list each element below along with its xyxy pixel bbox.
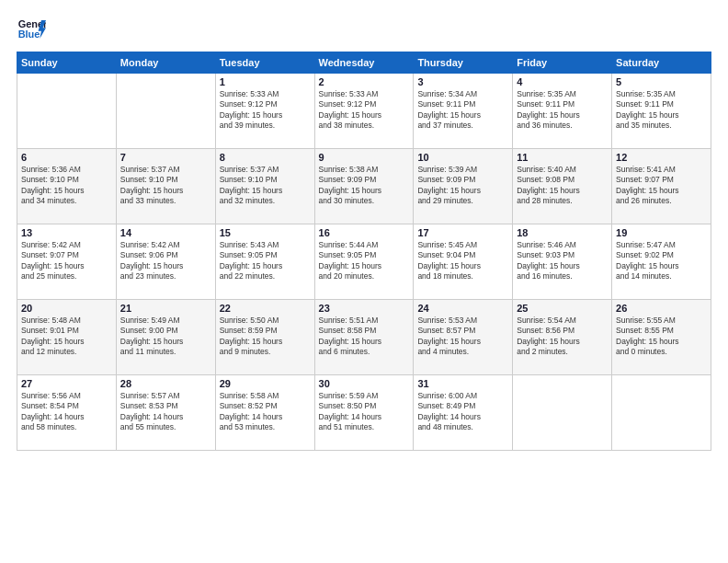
- calendar-week-row: 20Sunrise: 5:48 AM Sunset: 9:01 PM Dayli…: [17, 300, 711, 375]
- day-info: Sunrise: 5:42 AM Sunset: 9:06 PM Dayligh…: [120, 240, 211, 282]
- weekday-header: Thursday: [414, 52, 513, 74]
- day-number: 26: [616, 303, 707, 314]
- day-info: Sunrise: 5:54 AM Sunset: 8:56 PM Dayligh…: [517, 316, 608, 358]
- weekday-header: Monday: [116, 52, 215, 74]
- calendar-cell: 19Sunrise: 5:47 AM Sunset: 9:02 PM Dayli…: [612, 224, 711, 300]
- day-number: 27: [21, 378, 112, 389]
- day-info: Sunrise: 5:59 AM Sunset: 8:50 PM Dayligh…: [319, 391, 410, 433]
- weekday-header: Tuesday: [215, 52, 314, 74]
- day-info: Sunrise: 5:50 AM Sunset: 8:59 PM Dayligh…: [220, 316, 311, 358]
- calendar-cell: 8Sunrise: 5:37 AM Sunset: 9:10 PM Daylig…: [215, 149, 314, 224]
- logo-icon: General Blue: [17, 17, 46, 42]
- day-info: Sunrise: 5:43 AM Sunset: 9:05 PM Dayligh…: [220, 240, 311, 282]
- day-number: 15: [220, 227, 311, 238]
- day-number: 28: [120, 378, 211, 389]
- calendar-cell: 25Sunrise: 5:54 AM Sunset: 8:56 PM Dayli…: [513, 300, 612, 375]
- day-info: Sunrise: 5:51 AM Sunset: 8:58 PM Dayligh…: [319, 316, 410, 358]
- calendar-cell: 30Sunrise: 5:59 AM Sunset: 8:50 PM Dayli…: [314, 375, 414, 451]
- day-number: 11: [517, 152, 608, 163]
- calendar-cell: 1Sunrise: 5:33 AM Sunset: 9:12 PM Daylig…: [215, 74, 314, 149]
- day-number: 20: [21, 303, 112, 314]
- calendar-cell: 2Sunrise: 5:33 AM Sunset: 9:12 PM Daylig…: [314, 74, 414, 149]
- calendar-cell: [612, 375, 711, 451]
- calendar-cell: 17Sunrise: 5:45 AM Sunset: 9:04 PM Dayli…: [414, 224, 513, 300]
- day-number: 5: [616, 76, 707, 87]
- calendar-cell: 4Sunrise: 5:35 AM Sunset: 9:11 PM Daylig…: [513, 74, 612, 149]
- day-info: Sunrise: 5:48 AM Sunset: 9:01 PM Dayligh…: [21, 316, 112, 358]
- day-number: 10: [417, 152, 508, 163]
- day-info: Sunrise: 5:49 AM Sunset: 9:00 PM Dayligh…: [120, 316, 211, 358]
- header: General Blue: [17, 17, 711, 42]
- day-info: Sunrise: 5:35 AM Sunset: 9:11 PM Dayligh…: [616, 89, 707, 132]
- calendar-cell: [116, 74, 215, 149]
- calendar-week-row: 13Sunrise: 5:42 AM Sunset: 9:07 PM Dayli…: [17, 224, 711, 300]
- calendar-week-row: 27Sunrise: 5:56 AM Sunset: 8:54 PM Dayli…: [17, 375, 711, 451]
- day-number: 29: [220, 378, 311, 389]
- weekday-header: Friday: [513, 52, 612, 74]
- calendar-cell: 7Sunrise: 5:37 AM Sunset: 9:10 PM Daylig…: [116, 149, 215, 224]
- calendar-cell: 21Sunrise: 5:49 AM Sunset: 9:00 PM Dayli…: [116, 300, 215, 375]
- svg-text:Blue: Blue: [18, 29, 40, 40]
- day-number: 25: [517, 303, 608, 314]
- weekday-header: Wednesday: [314, 52, 414, 74]
- day-info: Sunrise: 5:53 AM Sunset: 8:57 PM Dayligh…: [417, 316, 508, 358]
- calendar-cell: 11Sunrise: 5:40 AM Sunset: 9:08 PM Dayli…: [513, 149, 612, 224]
- day-info: Sunrise: 5:37 AM Sunset: 9:10 PM Dayligh…: [220, 165, 311, 207]
- day-number: 18: [517, 227, 608, 238]
- day-number: 17: [417, 227, 508, 238]
- day-number: 30: [319, 378, 410, 389]
- calendar-cell: 9Sunrise: 5:38 AM Sunset: 9:09 PM Daylig…: [314, 149, 414, 224]
- day-info: Sunrise: 5:38 AM Sunset: 9:09 PM Dayligh…: [319, 165, 410, 207]
- day-info: Sunrise: 5:33 AM Sunset: 9:12 PM Dayligh…: [319, 89, 410, 132]
- calendar-cell: 27Sunrise: 5:56 AM Sunset: 8:54 PM Dayli…: [17, 375, 117, 451]
- day-number: 14: [120, 227, 211, 238]
- day-info: Sunrise: 5:39 AM Sunset: 9:09 PM Dayligh…: [417, 165, 508, 207]
- day-number: 31: [417, 378, 508, 389]
- day-number: 2: [319, 76, 410, 87]
- calendar-week-row: 1Sunrise: 5:33 AM Sunset: 9:12 PM Daylig…: [17, 74, 711, 149]
- day-info: Sunrise: 5:36 AM Sunset: 9:10 PM Dayligh…: [21, 165, 112, 207]
- day-info: Sunrise: 5:46 AM Sunset: 9:03 PM Dayligh…: [517, 240, 608, 282]
- weekday-header-row: SundayMondayTuesdayWednesdayThursdayFrid…: [17, 52, 711, 74]
- page: General Blue SundayMondayTuesdayWednesda…: [0, 0, 728, 563]
- calendar-cell: 5Sunrise: 5:35 AM Sunset: 9:11 PM Daylig…: [612, 74, 711, 149]
- day-info: Sunrise: 6:00 AM Sunset: 8:49 PM Dayligh…: [417, 391, 508, 433]
- day-number: 23: [319, 303, 410, 314]
- calendar-cell: 26Sunrise: 5:55 AM Sunset: 8:55 PM Dayli…: [612, 300, 711, 375]
- day-number: 19: [616, 227, 707, 238]
- day-info: Sunrise: 5:41 AM Sunset: 9:07 PM Dayligh…: [616, 165, 707, 207]
- day-info: Sunrise: 5:40 AM Sunset: 9:08 PM Dayligh…: [517, 165, 608, 207]
- calendar-cell: 13Sunrise: 5:42 AM Sunset: 9:07 PM Dayli…: [17, 224, 117, 300]
- day-info: Sunrise: 5:35 AM Sunset: 9:11 PM Dayligh…: [517, 89, 608, 132]
- day-info: Sunrise: 5:33 AM Sunset: 9:12 PM Dayligh…: [220, 89, 311, 132]
- day-number: 12: [616, 152, 707, 163]
- calendar-cell: 31Sunrise: 6:00 AM Sunset: 8:49 PM Dayli…: [414, 375, 513, 451]
- calendar-cell: 28Sunrise: 5:57 AM Sunset: 8:53 PM Dayli…: [116, 375, 215, 451]
- calendar: SundayMondayTuesdayWednesdayThursdayFrid…: [17, 52, 711, 451]
- day-info: Sunrise: 5:45 AM Sunset: 9:04 PM Dayligh…: [417, 240, 508, 282]
- day-info: Sunrise: 5:57 AM Sunset: 8:53 PM Dayligh…: [120, 391, 211, 433]
- calendar-cell: 14Sunrise: 5:42 AM Sunset: 9:06 PM Dayli…: [116, 224, 215, 300]
- calendar-cell: 3Sunrise: 5:34 AM Sunset: 9:11 PM Daylig…: [414, 74, 513, 149]
- day-number: 24: [417, 303, 508, 314]
- day-number: 22: [220, 303, 311, 314]
- day-info: Sunrise: 5:34 AM Sunset: 9:11 PM Dayligh…: [417, 89, 508, 132]
- day-info: Sunrise: 5:55 AM Sunset: 8:55 PM Dayligh…: [616, 316, 707, 358]
- calendar-cell: 16Sunrise: 5:44 AM Sunset: 9:05 PM Dayli…: [314, 224, 414, 300]
- day-number: 16: [319, 227, 410, 238]
- day-number: 9: [319, 152, 410, 163]
- day-info: Sunrise: 5:42 AM Sunset: 9:07 PM Dayligh…: [21, 240, 112, 282]
- calendar-week-row: 6Sunrise: 5:36 AM Sunset: 9:10 PM Daylig…: [17, 149, 711, 224]
- weekday-header: Saturday: [612, 52, 711, 74]
- calendar-cell: 12Sunrise: 5:41 AM Sunset: 9:07 PM Dayli…: [612, 149, 711, 224]
- calendar-cell: 6Sunrise: 5:36 AM Sunset: 9:10 PM Daylig…: [17, 149, 117, 224]
- day-number: 6: [21, 152, 112, 163]
- calendar-cell: 15Sunrise: 5:43 AM Sunset: 9:05 PM Dayli…: [215, 224, 314, 300]
- day-info: Sunrise: 5:58 AM Sunset: 8:52 PM Dayligh…: [220, 391, 311, 433]
- calendar-cell: 24Sunrise: 5:53 AM Sunset: 8:57 PM Dayli…: [414, 300, 513, 375]
- weekday-header: Sunday: [17, 52, 117, 74]
- day-info: Sunrise: 5:56 AM Sunset: 8:54 PM Dayligh…: [21, 391, 112, 433]
- day-info: Sunrise: 5:47 AM Sunset: 9:02 PM Dayligh…: [616, 240, 707, 282]
- day-number: 7: [120, 152, 211, 163]
- calendar-cell: 20Sunrise: 5:48 AM Sunset: 9:01 PM Dayli…: [17, 300, 117, 375]
